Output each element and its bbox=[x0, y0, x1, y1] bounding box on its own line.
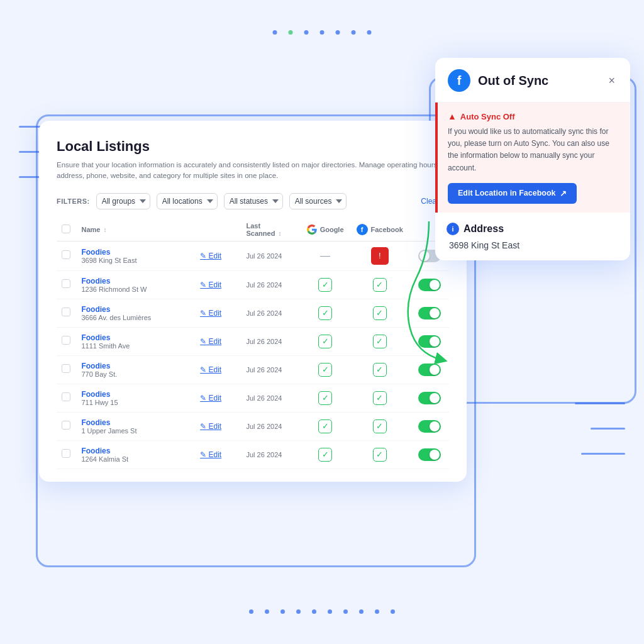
location-name: Foodies bbox=[81, 248, 190, 257]
facebook-status: ✓ bbox=[350, 327, 409, 355]
scan-date: Jul 26 2024 bbox=[242, 440, 301, 469]
col-header-name: Name bbox=[81, 226, 100, 233]
filter-groups[interactable]: All groups bbox=[96, 193, 150, 209]
row-checkbox[interactable] bbox=[62, 364, 70, 373]
filters-label: FILTERS: bbox=[57, 197, 90, 205]
google-status: ✓ bbox=[301, 299, 350, 327]
row-checkbox[interactable] bbox=[62, 336, 70, 345]
filter-statuses[interactable]: All statuses bbox=[224, 193, 283, 209]
main-wrapper: Local Listings Ensure that your location… bbox=[20, 33, 624, 611]
table-row: Foodies 1111 Smith Ave ✎ Edit Jul 26 202… bbox=[57, 327, 449, 355]
edit-link[interactable]: ✎ Edit bbox=[200, 280, 236, 289]
address-section-title: Address bbox=[464, 223, 504, 235]
location-name: Foodies bbox=[81, 333, 190, 342]
location-address: 770 Bay St. bbox=[81, 370, 190, 378]
listings-table: Name ↕ LastScanned ↕ bbox=[57, 218, 449, 469]
edit-link[interactable]: ✎ Edit bbox=[200, 394, 236, 402]
location-name: Foodies bbox=[81, 390, 190, 399]
edit-facebook-button-label: Edit Location in Facebook bbox=[458, 189, 556, 197]
edit-facebook-button[interactable]: Edit Location in Facebook ↗ bbox=[448, 183, 577, 204]
facebook-status: ✓ bbox=[350, 270, 409, 299]
edit-link[interactable]: ✎ Edit bbox=[200, 450, 236, 459]
warning-title: ▲ Auto Sync Off bbox=[448, 111, 620, 121]
edit-link[interactable]: ✎ Edit bbox=[200, 422, 236, 431]
location-name: Foodies bbox=[81, 277, 190, 286]
page-subtitle: Ensure that your location information is… bbox=[57, 160, 449, 182]
google-status: ✓ bbox=[301, 355, 350, 384]
info-icon: i bbox=[447, 223, 459, 235]
edit-link[interactable]: ✎ Edit bbox=[200, 309, 236, 318]
table-row: Foodies 1264 Kalmia St ✎ Edit Jul 26 202… bbox=[57, 440, 449, 469]
listings-panel: Local Listings Ensure that your location… bbox=[39, 121, 467, 482]
popup-header: f Out of Sync × bbox=[435, 58, 630, 103]
location-address: 711 Hwy 15 bbox=[81, 399, 190, 406]
row-checkbox[interactable] bbox=[62, 279, 70, 288]
page-title: Local Listings bbox=[57, 138, 449, 155]
scan-date: Jul 26 2024 bbox=[242, 270, 301, 299]
warning-section: ▲ Auto Sync Off If you would like us to … bbox=[435, 103, 630, 213]
warning-icon: ! bbox=[371, 247, 389, 265]
facebook-status: ✓ bbox=[350, 412, 409, 440]
table-row: Foodies 770 Bay St. ✎ Edit Jul 26 2024 ✓… bbox=[57, 355, 449, 384]
row-checkbox[interactable] bbox=[62, 250, 70, 259]
filter-locations[interactable]: All locations bbox=[157, 193, 218, 209]
sort-icon[interactable]: ↕ bbox=[103, 226, 106, 233]
location-address: 3698 King St East bbox=[81, 257, 190, 264]
warning-triangle-icon: ▲ bbox=[448, 111, 457, 121]
address-value: 3698 King St East bbox=[447, 240, 619, 250]
facebook-status: ✓ bbox=[350, 440, 409, 469]
address-header: i Address bbox=[447, 223, 619, 235]
location-name: Foodies bbox=[81, 418, 190, 427]
toggle-switch[interactable] bbox=[418, 392, 441, 404]
toggle-switch[interactable] bbox=[418, 420, 441, 433]
location-address: 1 Upper James St bbox=[81, 427, 190, 435]
scan-date: Jul 26 2024 bbox=[242, 412, 301, 440]
google-label: Google bbox=[320, 226, 344, 233]
filters-row: FILTERS: All groups All locations All st… bbox=[57, 193, 449, 209]
row-checkbox[interactable] bbox=[62, 308, 70, 316]
facebook-status: ✓ bbox=[350, 355, 409, 384]
scan-date: Jul 26 2024 bbox=[242, 299, 301, 327]
facebook-icon-header: f bbox=[357, 224, 368, 235]
edit-link[interactable]: ✎ Edit bbox=[200, 365, 236, 374]
google-status: ✓ bbox=[301, 440, 350, 469]
facebook-status: ✓ bbox=[350, 299, 409, 327]
table-row: Foodies 711 Hwy 15 ✎ Edit Jul 26 2024 ✓ … bbox=[57, 384, 449, 412]
row-checkbox[interactable] bbox=[62, 421, 70, 430]
facebook-header: f Facebook bbox=[355, 224, 404, 235]
scan-date: Jul 26 2024 bbox=[242, 327, 301, 355]
location-name: Foodies bbox=[81, 362, 190, 370]
warning-title-text: Auto Sync Off bbox=[460, 112, 515, 121]
google-status: ✓ bbox=[301, 270, 350, 299]
table-row: Foodies 3666 Av. des Lumières ✎ Edit Jul… bbox=[57, 299, 449, 327]
google-status: — bbox=[301, 241, 350, 270]
table-row: Foodies 1 Upper James St ✎ Edit Jul 26 2… bbox=[57, 412, 449, 440]
location-address: 1111 Smith Ave bbox=[81, 342, 190, 350]
edit-link[interactable]: ✎ Edit bbox=[200, 252, 236, 260]
toggle-switch[interactable] bbox=[418, 448, 441, 461]
address-section: i Address 3698 King St East bbox=[435, 213, 630, 260]
sort-scanned-icon[interactable]: ↕ bbox=[278, 230, 281, 237]
row-checkbox[interactable] bbox=[62, 392, 70, 401]
external-link-icon: ↗ bbox=[560, 189, 567, 198]
facebook-icon-popup: f bbox=[448, 69, 470, 92]
scan-date: Jul 26 2024 bbox=[242, 241, 301, 270]
scan-date: Jul 26 2024 bbox=[242, 384, 301, 412]
warning-description: If you would like us to automatically sy… bbox=[448, 126, 620, 174]
facebook-status-warning: ! bbox=[350, 241, 409, 270]
google-icon bbox=[307, 225, 317, 235]
table-row: Foodies 3698 King St East ✎ Edit Jul 26 … bbox=[57, 241, 449, 270]
edit-link[interactable]: ✎ Edit bbox=[200, 337, 236, 346]
popup-panel: f Out of Sync × ▲ Auto Sync Off If you w… bbox=[435, 58, 630, 260]
popup-close-button[interactable]: × bbox=[606, 75, 618, 86]
location-name: Foodies bbox=[81, 305, 190, 314]
row-checkbox[interactable] bbox=[62, 449, 70, 458]
location-address: 3666 Av. des Lumières bbox=[81, 314, 190, 321]
table-row: Foodies 1236 Richmond St W ✎ Edit Jul 26… bbox=[57, 270, 449, 299]
popup-title: Out of Sync bbox=[478, 74, 548, 88]
header-checkbox[interactable] bbox=[62, 225, 70, 233]
scan-date: Jul 26 2024 bbox=[242, 355, 301, 384]
google-status: ✓ bbox=[301, 412, 350, 440]
filter-sources[interactable]: All sources bbox=[289, 193, 347, 209]
location-name: Foodies bbox=[81, 447, 190, 455]
